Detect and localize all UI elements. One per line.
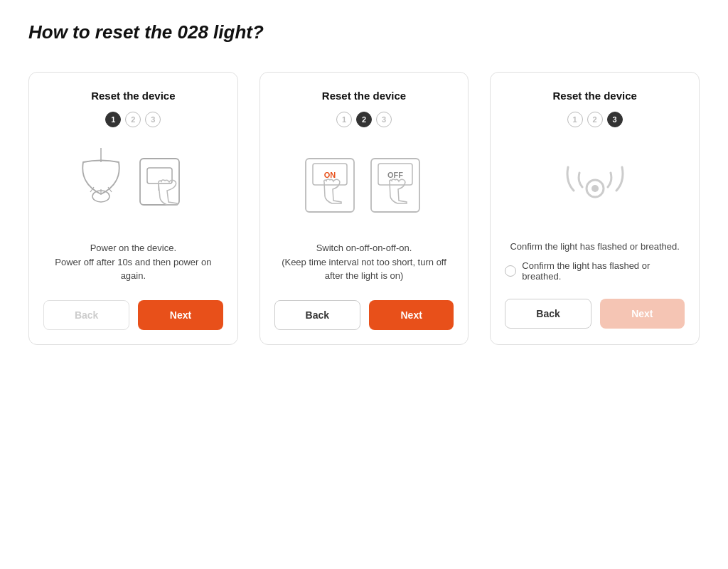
- card-1-description: Power on the device. Power off after 10s…: [43, 241, 223, 283]
- card-1-title: Reset the device: [91, 90, 175, 102]
- card-1-steps: 1 2 3: [105, 112, 161, 127]
- step-3-dot-3: 3: [607, 112, 623, 127]
- card-3-radio-area: Confirm the light has flashed or breathe…: [505, 260, 685, 287]
- step-2-dot-3: 3: [376, 112, 392, 127]
- card-3-title: Reset the device: [552, 90, 636, 102]
- card-1-back-button[interactable]: Back: [43, 300, 129, 330]
- card-1-buttons: Back Next: [43, 300, 223, 330]
- card-2-steps: 1 2 3: [336, 112, 392, 127]
- cards-container: Reset the device 1 2 3: [28, 72, 700, 345]
- step-1-dot-2: 2: [125, 112, 141, 127]
- card-2-buttons: Back Next: [274, 300, 454, 330]
- card-2-next-button[interactable]: Next: [369, 300, 454, 330]
- card-3-radio-circle[interactable]: [505, 265, 516, 277]
- step-1-dot-1: 1: [105, 112, 121, 127]
- svg-text:OFF: OFF: [387, 171, 403, 179]
- card-1-illustration: [43, 144, 223, 230]
- card-2-title: Reset the device: [322, 90, 406, 102]
- step-2-dot-1: 1: [336, 112, 352, 127]
- card-3-radio-label: Confirm the light has flashed or breathe…: [522, 260, 685, 282]
- step-1-dot-3: 3: [145, 112, 161, 127]
- card-1-next-button[interactable]: Next: [138, 300, 223, 330]
- card-3-confirm-top-text: Confirm the light has flashed or breathe…: [510, 241, 679, 252]
- card-2-illustration: ON OFF: [274, 144, 454, 230]
- card-3: Reset the device 1 2 3 Confirm the light…: [490, 72, 700, 345]
- card-3-buttons: Back Next: [505, 299, 685, 329]
- svg-point-15: [592, 185, 599, 192]
- step-3-dot-1: 1: [567, 112, 583, 127]
- card-3-next-button[interactable]: Next: [600, 299, 685, 329]
- card-3-illustration: [505, 144, 685, 230]
- card-2: Reset the device 1 2 3 ON OFF: [259, 72, 469, 345]
- card-2-description: Switch on-off-on-off-on. (Keep time inte…: [274, 241, 454, 283]
- card-2-back-button[interactable]: Back: [274, 300, 360, 330]
- step-3-dot-2: 2: [587, 112, 603, 127]
- card-1: Reset the device 1 2 3: [28, 72, 238, 345]
- card-3-back-button[interactable]: Back: [505, 299, 591, 329]
- card-3-radio-option[interactable]: Confirm the light has flashed or breathe…: [505, 260, 685, 282]
- step-2-dot-2: 2: [356, 112, 372, 127]
- card-3-steps: 1 2 3: [567, 112, 623, 127]
- svg-text:ON: ON: [324, 171, 336, 179]
- page-title: How to reset the 028 light?: [28, 21, 700, 43]
